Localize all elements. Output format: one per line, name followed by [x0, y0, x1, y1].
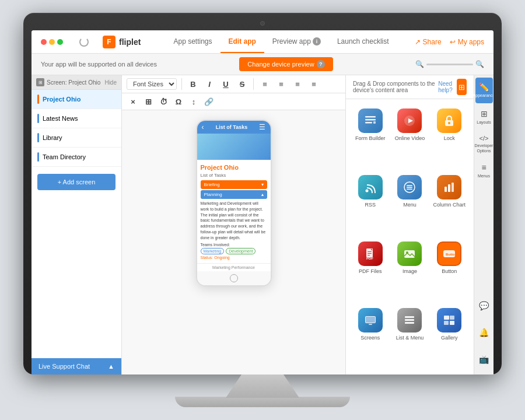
align-justify-button[interactable]: ≡: [307, 78, 320, 90]
button-icon: Button: [437, 242, 461, 266]
component-online-video[interactable]: Online Video: [390, 104, 430, 170]
appearance-icon: ✏️: [479, 82, 489, 92]
rail-appearance-button[interactable]: ✏️ Appearance: [475, 78, 493, 103]
list-menu-icon: [397, 308, 422, 332]
component-lock[interactable]: Lock: [429, 104, 469, 170]
svg-point-7: [448, 122, 450, 124]
svg-rect-12: [407, 189, 412, 190]
svg-text:Button: Button: [446, 253, 456, 256]
underline-button[interactable]: U: [219, 78, 232, 90]
component-gallery[interactable]: Gallery: [429, 303, 469, 370]
column-chart-icon: [437, 175, 461, 200]
column-chart-label: Column Chart: [433, 202, 466, 208]
svg-text:PDF: PDF: [366, 257, 373, 260]
component-pdf-files[interactable]: PDF PDF Files: [351, 237, 390, 303]
sidebar-item-team-directory[interactable]: Team Directory: [32, 148, 121, 167]
image-label: Image: [402, 268, 417, 275]
pdf-files-icon: PDF: [358, 242, 383, 266]
change-device-button[interactable]: Change device preview ?: [239, 57, 332, 71]
zoom-out-icon[interactable]: 🔍: [415, 60, 424, 68]
phone-section-planning: Planning ▴: [201, 190, 267, 199]
table-button[interactable]: ⊞: [142, 95, 155, 108]
component-column-chart[interactable]: Column Chart: [429, 170, 469, 237]
maximize-dot[interactable]: [57, 39, 63, 45]
screen-label: ⊞ Screen: Project Ohio: [36, 78, 100, 86]
components-panel: Drag & Drop components to the device's c…: [345, 75, 474, 374]
sidebar-item-bar: [37, 94, 39, 104]
tab-preview-app[interactable]: Preview app i: [264, 30, 329, 53]
rail-layouts-button[interactable]: ⊞ Layouts: [475, 104, 493, 130]
myapps-button[interactable]: ↩ My apps: [450, 38, 484, 46]
monitor: F fliplet App settings Edit app Preview …: [23, 13, 502, 374]
rail-menus-button[interactable]: ≡ Menus: [475, 158, 493, 184]
rail-notify-button[interactable]: 🔔: [475, 320, 493, 345]
strikethrough-button[interactable]: S: [236, 78, 249, 90]
clock-button[interactable]: ⏱: [157, 95, 170, 108]
tab-edit-app[interactable]: Edit app: [220, 30, 264, 53]
screen-icon: ⊞: [36, 78, 44, 86]
fliplet-logo: F fliplet: [103, 36, 141, 48]
svg-rect-27: [369, 324, 372, 325]
stand-neck: [210, 374, 315, 398]
editor-area: Font Sizes B I U S ≡ ≡ ≡ ≡ ×: [122, 75, 345, 374]
share-button[interactable]: ↗ Share: [415, 38, 442, 46]
refresh-icon[interactable]: [79, 37, 89, 47]
rail-screen-button[interactable]: 📺: [475, 346, 493, 372]
screen-icon: 📺: [479, 355, 489, 365]
image-icon: [397, 242, 422, 266]
need-help-link[interactable]: Need help?: [438, 80, 456, 93]
component-image[interactable]: Image: [390, 237, 430, 303]
zoom-in-icon[interactable]: 🔍: [475, 60, 484, 68]
phone-back-icon: ‹: [202, 123, 204, 131]
components-icon[interactable]: ⊞: [457, 79, 467, 95]
align-right-button[interactable]: ≡: [291, 78, 304, 90]
rail-chat-button[interactable]: 💬: [475, 293, 493, 318]
svg-rect-20: [368, 255, 370, 256]
right-rail: ✏️ Appearance ⊞ Layouts </> Developer Op…: [474, 75, 494, 374]
add-screen-button[interactable]: + Add screen: [37, 174, 116, 190]
align-left-button[interactable]: ≡: [258, 78, 271, 90]
browser-dots: [41, 39, 63, 45]
svg-rect-31: [405, 322, 414, 324]
close-dot[interactable]: [41, 39, 47, 45]
screens-icon: [358, 308, 383, 332]
clear-formatting-button[interactable]: ×: [127, 95, 139, 108]
bold-button[interactable]: B: [187, 78, 200, 90]
component-screens[interactable]: Screens: [351, 303, 390, 370]
sidebar-item-project-ohio[interactable]: Project Ohio: [32, 90, 121, 109]
special-char-button[interactable]: Ω: [172, 95, 185, 108]
component-button[interactable]: Button Button: [429, 237, 469, 303]
component-list-menu[interactable]: List & Menu: [390, 303, 430, 370]
component-form-builder[interactable]: Form Builder: [351, 104, 390, 170]
editor-toolbar: Font Sizes B I U S ≡ ≡ ≡ ≡: [122, 75, 345, 93]
pdf-files-label: PDF Files: [359, 268, 382, 275]
component-menu[interactable]: Menu: [390, 170, 430, 237]
svg-rect-0: [365, 116, 376, 118]
component-rss[interactable]: RSS: [351, 170, 390, 237]
rss-label: RSS: [365, 202, 376, 208]
sidebar-item-latest-news[interactable]: Latest News: [32, 109, 121, 128]
svg-rect-18: [368, 251, 372, 252]
sub-header: Your app will be supported on all device…: [32, 54, 494, 75]
link-button[interactable]: 🔗: [202, 95, 215, 108]
phone-home-button[interactable]: [230, 274, 238, 282]
italic-button[interactable]: I: [203, 78, 216, 90]
tab-app-settings[interactable]: App settings: [165, 30, 220, 53]
rail-developer-button[interactable]: </> Developer Options: [475, 131, 493, 157]
device-notice-text: Your app will be supported on all device…: [41, 61, 157, 68]
phone-tags: Marketing Development: [201, 248, 267, 254]
hide-link[interactable]: Hide: [104, 79, 117, 86]
fliplet-brand-text: fliplet: [119, 37, 141, 47]
zoom-slider[interactable]: [426, 64, 473, 65]
indent-button[interactable]: ↕: [187, 95, 200, 108]
align-center-button[interactable]: ≡: [275, 78, 288, 90]
sidebar-item-bar: [37, 114, 39, 123]
svg-rect-33: [450, 316, 454, 320]
svg-rect-32: [444, 316, 449, 320]
sidebar-item-library[interactable]: Library: [32, 128, 121, 148]
components-header: Drag & Drop components to the device's c…: [346, 75, 474, 99]
live-support-chat[interactable]: Live Support Chat ▲: [32, 358, 121, 374]
minimize-dot[interactable]: [49, 39, 55, 45]
tab-launch-checklist[interactable]: Launch checklist: [329, 30, 397, 53]
font-size-select[interactable]: Font Sizes: [127, 78, 177, 90]
